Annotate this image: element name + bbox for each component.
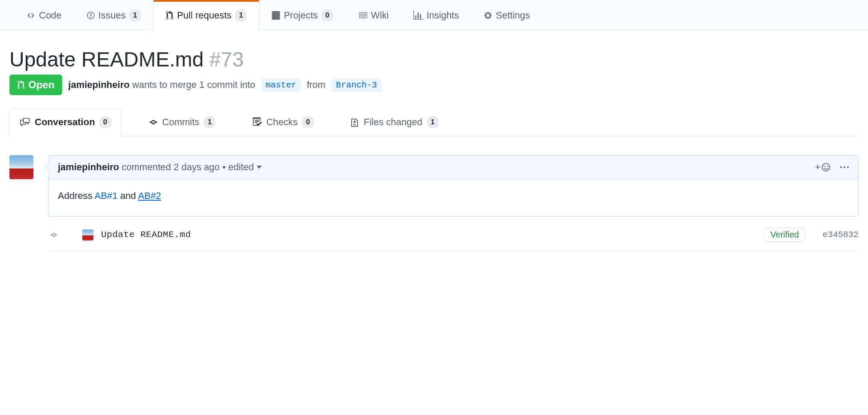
diff-icon [351,117,359,127]
comment-header: jamiepinheiro commented 2 days ago • edi… [48,156,858,179]
commits-count: 1 [204,116,216,128]
tab-insights-label: Insights [426,10,459,21]
issues-count: 1 [129,9,141,21]
commit-icon [149,118,158,126]
subtab-checks[interactable]: Checks 0 [243,109,323,136]
comment-discussion-icon [19,117,30,127]
subtab-checks-label: Checks [266,117,297,128]
tab-wiki-label: Wiki [371,10,389,21]
subtab-files-label: Files changed [364,117,422,128]
tab-insights[interactable]: Insights [401,0,471,30]
subtab-commits-label: Commits [162,117,200,128]
comment-box: jamiepinheiro commented 2 days ago • edi… [48,155,859,217]
pull-request-icon [166,11,174,20]
graph-icon [413,11,423,20]
tab-code[interactable]: Code [0,0,74,30]
comment-body: Address AB#1 and AB#2 [48,179,858,216]
gear-icon [484,11,492,20]
comment-author[interactable]: jamiepinheiro [58,162,119,173]
commit-icon [50,231,58,239]
tab-wiki[interactable]: Wiki [346,0,401,30]
head-branch[interactable]: Branch-3 [332,78,381,92]
subtab-files[interactable]: Files changed 1 [341,109,448,136]
book-icon [358,11,368,20]
commit-message[interactable]: Update README.md [101,230,191,240]
pr-subtabs: Conversation 0 Commits 1 Checks 0 Files … [9,109,859,136]
issue-icon [87,11,95,20]
pr-merge-text-2: from [307,79,326,90]
pulls-count: 1 [235,9,247,21]
repo-nav: Code Issues 1 Pull requests 1 Projects 0… [0,0,868,30]
avatar[interactable] [9,155,33,179]
verified-badge[interactable]: Verified [764,228,805,242]
pr-title: Update README.md #73 [9,48,859,71]
subtab-conversation[interactable]: Conversation 0 [9,109,121,136]
link-ab1[interactable]: AB#1 [95,190,118,201]
link-ab2[interactable]: AB#2 [138,190,161,201]
pr-merge-text-1: wants to merge 1 commit into [132,79,255,90]
comment-action: commented [122,162,171,173]
tab-pulls-label: Pull requests [177,10,231,21]
state-badge-open: Open [9,75,62,95]
add-reaction-button[interactable]: + [815,162,831,173]
tab-projects-label: Projects [284,10,317,21]
tab-settings[interactable]: Settings [471,0,542,30]
code-icon [26,12,36,19]
pr-number: #73 [210,48,244,71]
timeline: jamiepinheiro commented 2 days ago • edi… [9,155,859,217]
pr-title-text: Update README.md [9,48,204,71]
projects-count: 0 [321,9,333,21]
tab-code-label: Code [39,10,62,21]
commit-row: Update README.md Verified e345832 [50,228,859,251]
pull-request-icon [17,80,25,90]
tab-projects[interactable]: Projects 0 [259,0,345,30]
tab-issues[interactable]: Issues 1 [74,0,154,30]
comment-time[interactable]: 2 days ago [174,162,220,173]
tab-settings-label: Settings [496,10,530,21]
checklist-icon [252,117,262,127]
commit-sha[interactable]: e345832 [823,230,859,240]
subtab-commits[interactable]: Commits 1 [139,109,225,136]
state-label: Open [28,79,54,91]
svg-point-0 [824,166,825,167]
tab-pull-requests[interactable]: Pull requests 1 [153,0,259,30]
files-count: 1 [427,116,439,128]
caret-down-icon[interactable] [257,165,262,169]
svg-point-1 [827,166,828,167]
conversation-count: 0 [99,116,111,128]
comment-text-mid: and [117,190,138,201]
subtab-conversation-label: Conversation [35,117,95,128]
base-branch[interactable]: master [261,78,301,92]
pr-author[interactable]: jamiepinheiro [68,79,129,90]
avatar[interactable] [82,229,93,241]
project-icon [272,11,280,20]
tab-issues-label: Issues [99,10,126,21]
comment-text-prefix: Address [58,190,95,201]
checks-count: 0 [302,116,314,128]
kebab-menu-icon[interactable] [840,166,849,168]
pr-meta: Open jamiepinheiro wants to merge 1 comm… [9,75,859,95]
comment-edited-label[interactable]: edited [228,162,254,173]
